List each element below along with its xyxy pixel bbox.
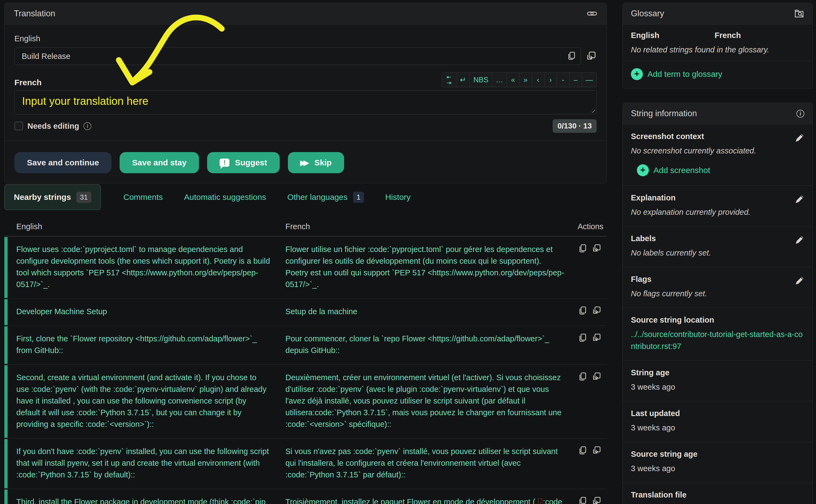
row-english-text: Second, create a virtual environment (an… (16, 372, 286, 430)
table-row: Second, create a virtual environment (an… (4, 365, 607, 439)
add-term-to-glossary-link[interactable]: Add term to glossary (623, 61, 812, 88)
glossary-empty-message: No related strings found in the glossary… (623, 44, 812, 61)
table-rows: Flower uses :code:`pyproject.toml` to ma… (4, 237, 607, 504)
textarea-resize-handle[interactable] (589, 107, 595, 113)
edit-explanation-icon[interactable] (795, 194, 804, 204)
section-translation-file: Translation file doc/locales/fr/LC_MESSA… (623, 483, 812, 504)
string-information-title: String information (631, 109, 697, 118)
detail-tabs: Nearby strings 31 Comments Automatic sug… (4, 184, 421, 210)
needs-editing-label: Needs editing (27, 122, 79, 131)
other-languages-count-badge: 1 (353, 192, 364, 203)
browse-glossary-icon[interactable] (794, 8, 804, 19)
hyphen-button[interactable]: - (557, 73, 569, 87)
row-english-text: If you don't have :code:`pyenv` installe… (16, 446, 286, 481)
glossary-panel: Glossary English French No related strin… (623, 3, 813, 89)
tab-other-languages[interactable]: Other languages 1 (287, 192, 364, 203)
nearby-strings-count-badge: 31 (76, 192, 91, 203)
source-string-field[interactable]: Build Release (14, 48, 581, 65)
right-guillemet-button[interactable]: » (519, 73, 532, 87)
tab-character-button[interactable]: ⇤⇥ (442, 73, 456, 87)
copy-string-icon[interactable] (577, 496, 587, 504)
table-row: First, clone the `Flower repository <htt… (4, 326, 607, 365)
table-row: Flower uses :code:`pyproject.toml` to ma… (4, 237, 607, 299)
clone-to-translation-icon[interactable] (586, 51, 596, 62)
edit-flags-icon[interactable] (795, 275, 804, 285)
string-information-info-icon[interactable] (796, 110, 804, 118)
translation-panel-body: English Build Release French ⇤⇥ ↵ (5, 24, 606, 140)
translation-input[interactable]: Input your translation here (14, 90, 596, 114)
row-actions (577, 306, 607, 317)
tab-comments[interactable]: Comments (123, 193, 163, 202)
translation-panel-title: Translation (14, 9, 55, 18)
section-explanation: Explanation No explanation currently pro… (623, 186, 812, 226)
section-source-string-age: Source string age 3 weeks ago (623, 442, 812, 483)
nbsp-character-button[interactable]: NBS (469, 73, 492, 87)
source-location-link[interactable]: ../../source/contributor-tutorial-get-st… (631, 330, 803, 351)
glossary-col-english: English (631, 31, 715, 40)
plus-circle-icon (637, 164, 649, 176)
copy-to-translation-icon[interactable] (592, 446, 601, 455)
section-screenshot-context: Screenshot context No screenshot current… (623, 124, 812, 186)
copy-to-translation-icon[interactable] (592, 306, 601, 316)
row-french-text: Deuxièmement, créer un environnement vir… (286, 372, 577, 430)
tab-history[interactable]: History (385, 193, 410, 202)
translation-panel-header: Translation (5, 3, 606, 24)
copy-to-translation-icon[interactable] (592, 333, 601, 343)
row-english-text: First, clone the `Flower repository <htt… (16, 333, 286, 356)
table-row: If you don't have :code:`pyenv` installe… (4, 439, 607, 489)
row-french-text: Troisièmement, installez le paquet Flowe… (286, 496, 577, 504)
section-labels: Labels No labels currently set. (623, 226, 812, 267)
left-guillemet-button[interactable]: « (507, 73, 519, 87)
row-actions (577, 496, 607, 504)
needs-editing-info-icon[interactable] (83, 122, 91, 130)
add-screenshot-link[interactable]: Add screenshot (631, 157, 804, 177)
source-string-value: Build Release (22, 52, 70, 61)
edit-screenshot-icon[interactable] (795, 133, 804, 142)
copy-string-icon[interactable] (577, 333, 587, 343)
left-angle-quote-button[interactable]: ‹ (532, 73, 544, 87)
character-counter: 0/130 · 13 (552, 119, 596, 133)
tab-automatic-suggestions[interactable]: Automatic suggestions (184, 193, 266, 202)
editor-actions-bar: Save and continue Save and stay ! Sugges… (5, 140, 606, 183)
section-source-string-location: Source string location ../../source/cont… (623, 308, 812, 361)
save-and-stay-button[interactable]: Save and stay (120, 152, 199, 173)
tab-nearby-strings[interactable]: Nearby strings 31 (4, 184, 101, 210)
glossary-col-french: French (715, 31, 741, 40)
copy-source-icon[interactable] (566, 51, 576, 61)
copy-string-icon[interactable] (577, 446, 587, 455)
permalink-icon[interactable] (587, 8, 597, 19)
column-header-english: English (16, 222, 286, 231)
save-and-continue-button[interactable]: Save and continue (14, 152, 111, 173)
annotation-text: Input your translation here (22, 95, 148, 107)
special-characters-toolbar: ⇤⇥ ↵ NBS … « » ‹ › - – — (442, 73, 596, 87)
copy-to-translation-icon[interactable] (592, 372, 601, 382)
edit-labels-icon[interactable] (795, 235, 804, 244)
suggest-button[interactable]: ! Suggest (207, 152, 280, 173)
section-last-updated: Last updated 3 weeks ago (623, 401, 812, 442)
copy-string-icon[interactable] (577, 372, 587, 382)
column-header-french: French (286, 222, 577, 231)
copy-string-icon[interactable] (577, 306, 587, 316)
row-english-text: Flower uses :code:`pyproject.toml` to ma… (16, 244, 286, 290)
string-information-panel: String information Screenshot context No… (623, 103, 813, 504)
row-actions (577, 372, 607, 430)
right-angle-quote-button[interactable]: › (544, 73, 557, 87)
copy-to-translation-icon[interactable] (592, 496, 601, 504)
em-dash-button[interactable]: — (582, 73, 596, 87)
en-dash-button[interactable]: – (569, 73, 582, 87)
row-actions (577, 333, 607, 356)
copy-string-icon[interactable] (577, 244, 587, 253)
suggestion-bubble-icon: ! (220, 159, 230, 167)
section-flags: Flags No flags currently set. (623, 267, 812, 308)
skip-forward-icon: ▶▶ (300, 159, 309, 167)
copy-to-translation-icon[interactable] (592, 244, 601, 253)
ellipsis-character-button[interactable]: … (492, 73, 507, 87)
row-french-text: Flower utilise un fichier :code:`pyproje… (286, 244, 577, 290)
row-english-text: Third, install the Flower package in dev… (16, 496, 286, 504)
table-header-row: English French Actions (4, 222, 607, 237)
translation-editor-panel: Translation English Build Release (4, 3, 607, 183)
needs-editing-checkbox[interactable] (14, 122, 23, 130)
skip-button[interactable]: ▶▶ Skip (288, 152, 344, 173)
row-english-text: Developer Machine Setup (16, 306, 286, 317)
newline-character-button[interactable]: ↵ (456, 73, 470, 87)
